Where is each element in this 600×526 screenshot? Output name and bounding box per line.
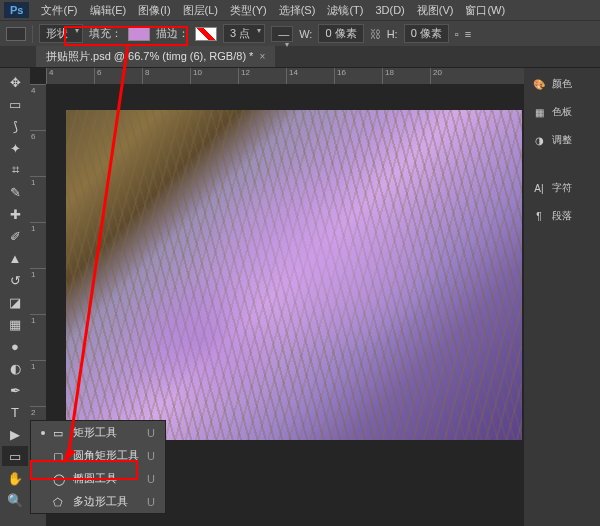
flyout-rounded-rect[interactable]: ▢ 圆角矩形工具U [31,444,165,467]
gradient-tool-icon[interactable]: ▦ [2,314,28,334]
panel-adjust[interactable]: ◑调整 [528,130,596,150]
heal-tool-icon[interactable]: ✚ [2,204,28,224]
rect-icon: ▭ [53,427,65,439]
fill-label: 填充： [89,26,122,41]
menu-filter[interactable]: 滤镜(T) [321,3,369,18]
tool-preset-icon[interactable] [6,27,26,41]
flyout-ellipse[interactable]: ◯ 椭圆工具U [31,467,165,490]
zoom-tool-icon[interactable]: 🔍 [2,490,28,510]
ellipse-icon: ◯ [53,473,65,485]
panel-color[interactable]: 🎨颜色 [528,74,596,94]
document-tab-bar: 拼贴照片.psd @ 66.7% (timg (6), RGB/8) * × [0,46,600,68]
path-select-icon[interactable]: ▶ [2,424,28,444]
panel-character[interactable]: A|字符 [528,178,596,198]
width-label: W: [299,28,312,40]
options-bar: 形状 填充： 描边： 3 点 — W: 0 像素 ⛓ H: 0 像素 ▫ ≡ [0,20,600,46]
history-brush-icon[interactable]: ↺ [2,270,28,290]
dodge-tool-icon[interactable]: ◐ [2,358,28,378]
fill-color-swatch[interactable] [128,27,150,41]
hand-tool-icon[interactable]: ✋ [2,468,28,488]
swatches-icon: ▦ [532,107,546,118]
character-icon: A| [532,183,546,194]
stroke-color-swatch[interactable] [195,27,217,41]
menu-file[interactable]: 文件(F) [35,3,83,18]
pen-tool-icon[interactable]: ✒ [2,380,28,400]
stroke-style-dropdown[interactable]: — [271,26,293,42]
crop-tool-icon[interactable]: ⌗ [2,160,28,180]
flyout-polygon[interactable]: ⬠ 多边形工具U [31,490,165,513]
shape-tool-flyout: ▭ 矩形工具U ▢ 圆角矩形工具U ◯ 椭圆工具U ⬠ 多边形工具U [30,420,166,514]
wand-tool-icon[interactable]: ✦ [2,138,28,158]
move-tool-icon[interactable]: ✥ [2,72,28,92]
menu-bar: Ps 文件(F) 编辑(E) 图像(I) 图层(L) 类型(Y) 选择(S) 滤… [0,0,600,20]
blur-tool-icon[interactable]: ● [2,336,28,356]
stroke-width-dropdown[interactable]: 3 点 [223,24,265,43]
menu-3d[interactable]: 3D(D) [369,4,410,16]
panel-paragraph[interactable]: ¶段落 [528,206,596,226]
menu-view[interactable]: 视图(V) [411,3,460,18]
menu-type[interactable]: 类型(Y) [224,3,273,18]
close-tab-icon[interactable]: × [259,51,265,62]
marquee-tool-icon[interactable]: ▭ [2,94,28,114]
height-input[interactable]: 0 像素 [404,24,449,43]
align-icon[interactable]: ≡ [465,28,471,40]
tools-panel: ✥ ▭ ⟆ ✦ ⌗ ✎ ✚ ✐ ▲ ↺ ◪ ▦ ● ◐ ✒ T ▶ ▭ ✋ 🔍 [0,68,30,526]
right-dock: 🎨颜色 ▦色板 ◑调整 A|字符 ¶段落 [524,68,600,526]
type-tool-icon[interactable]: T [2,402,28,422]
height-label: H: [387,28,398,40]
panel-swatches[interactable]: ▦色板 [528,102,596,122]
eyedropper-tool-icon[interactable]: ✎ [2,182,28,202]
ruler-horizontal: 46 810 1214 1618 20 [46,68,524,84]
shape-tool-icon[interactable]: ▭ [2,446,28,466]
menu-layer[interactable]: 图层(L) [177,3,224,18]
link-wh-icon[interactable]: ⛓ [370,28,381,40]
menu-image[interactable]: 图像(I) [132,3,176,18]
palette-icon: 🎨 [532,79,546,90]
menu-edit[interactable]: 编辑(E) [84,3,133,18]
adjust-icon: ◑ [532,135,546,146]
width-input[interactable]: 0 像素 [318,24,363,43]
app-logo: Ps [4,2,29,18]
stamp-tool-icon[interactable]: ▲ [2,248,28,268]
eraser-tool-icon[interactable]: ◪ [2,292,28,312]
menu-window[interactable]: 窗口(W) [459,3,511,18]
brush-tool-icon[interactable]: ✐ [2,226,28,246]
lasso-tool-icon[interactable]: ⟆ [2,116,28,136]
polygon-icon: ⬠ [53,496,65,508]
path-ops-icon[interactable]: ▫ [455,28,459,40]
flyout-rect[interactable]: ▭ 矩形工具U [31,421,165,444]
canvas-image[interactable] [66,110,522,440]
paragraph-icon: ¶ [532,211,546,222]
menu-select[interactable]: 选择(S) [273,3,322,18]
document-tab[interactable]: 拼贴照片.psd @ 66.7% (timg (6), RGB/8) * × [36,46,275,67]
rounded-rect-icon: ▢ [53,450,65,462]
shape-mode-dropdown[interactable]: 形状 [39,24,83,43]
document-title: 拼贴照片.psd @ 66.7% (timg (6), RGB/8) * [46,49,253,64]
stroke-label: 描边： [156,26,189,41]
